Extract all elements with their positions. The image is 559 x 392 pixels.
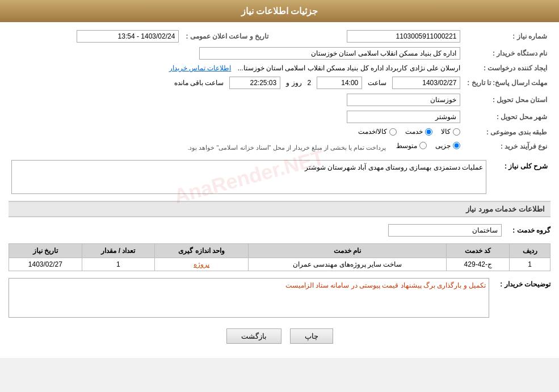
radio-khedmat[interactable] [425, 128, 432, 136]
cell-tedad: 1 [82, 258, 155, 271]
buyer-desc-content: تکمیل و بارگذاری برگ پیشنهاد قیمت پیوستی… [9, 278, 489, 318]
radio-mottavaset[interactable] [419, 142, 427, 149]
tabaghebandi-label: طبقه بندی موضوعی : [464, 125, 550, 140]
radio-jozi-item: جزیی [435, 142, 460, 150]
row-nooe-farayand: نوع فرآیند خرید : جزیی متوسط پرداخت تمام… [9, 140, 550, 154]
page-header: جزئیات اطلاعات نیاز [0, 0, 559, 22]
ijad-label: ایجاد کننده درخواست : [464, 62, 550, 74]
sharh-section: شرح کلی نیاز : AnaRender.NET عملیات دستم… [9, 158, 550, 196]
radio-jozi[interactable] [453, 142, 460, 149]
radio-jozi-label: جزیی [435, 142, 451, 150]
radio-khedmat-label: خدمت [405, 128, 423, 136]
shahr-label: شهر محل تحویل : [464, 108, 550, 125]
page-title: جزئیات اطلاعات نیاز [241, 6, 318, 16]
radio-kala-label: کالا [441, 128, 451, 136]
etelaaat-tamas-link[interactable]: اطلاعات تماس خریدار [169, 64, 232, 72]
group-service-label: گروه خدمت : [505, 226, 550, 234]
tarikh-input: 1403/02/24 - 13:54 [77, 30, 179, 43]
tabaghebandi-radios: کالا خدمت کالا/خدمت [9, 125, 464, 140]
print-button[interactable]: چاپ [290, 328, 333, 344]
radio-kala-item: کالا [441, 128, 460, 136]
mohlat-rooz-value: 2 [308, 79, 312, 87]
shomara-label: شماره نیاز : [464, 28, 550, 45]
services-table-head: ردیف کد خدمت نام خدمت واحد اندازه گیری ت… [9, 244, 550, 258]
mohlat-rooz-label: روز و [286, 79, 301, 87]
buyer-desc-section: توضیحات خریدار : تکمیل و بارگذاری برگ پی… [9, 276, 550, 320]
cell-tarikh: 1403/02/27 [9, 258, 82, 271]
back-button[interactable]: بازگشت [226, 328, 281, 344]
shomara-value: 1103005911000221 [272, 28, 464, 45]
col-kod: کد خدمت [447, 244, 510, 258]
shahr-input: شوشتر [347, 111, 460, 123]
col-nam: نام خدمت [248, 244, 446, 258]
mohlat-remaining-input: 22:25:03 [229, 77, 280, 89]
cell-radif: 1 [510, 258, 550, 271]
page-container: جزئیات اطلاعات نیاز شماره نیاز : 1103005… [0, 0, 559, 358]
ostan-input: خوزستان [347, 94, 460, 106]
process-description: پرداخت تمام یا بخشی از مبلغ خریدار از مح… [187, 144, 386, 150]
vahed-link[interactable]: پروژه [194, 260, 209, 268]
row-shomara: شماره نیاز : 1103005911000221 تاریخ و سا… [9, 28, 550, 45]
shahr-value: شوشتر [9, 108, 464, 125]
shomara-input: 1103005911000221 [347, 30, 460, 43]
group-service-input: ساختمان [388, 224, 502, 237]
content-area: شماره نیاز : 1103005911000221 تاریخ و سا… [0, 22, 559, 358]
col-radif: ردیف [510, 244, 550, 258]
radio-mottavaset-label: متوسط [396, 142, 417, 150]
cell-kod: ج-42-429 [447, 258, 510, 271]
row-tabaghebandi: طبقه بندی موضوعی : کالا خدمت [9, 125, 550, 140]
tabaghebandi-radio-group: کالا خدمت کالا/خدمت [358, 128, 460, 136]
mohlat-saat-input: 14:00 [317, 77, 362, 89]
buttons-row: چاپ بازگشت [9, 328, 550, 344]
buyer-desc-value: تکمیل و بارگذاری برگ پیشنهاد قیمت پیوستی… [285, 281, 486, 289]
nam-dastgah-input: اداره کل بنیاد مسکن انقلاب اسلامی استان … [199, 47, 460, 60]
radio-kala-khedmat[interactable] [389, 128, 397, 136]
nam-dastgah-label: نام دستگاه خریدار : [464, 45, 550, 62]
ostan-value: خوزستان [9, 91, 464, 108]
sharh-label: شرح کلی نیاز : [491, 160, 548, 170]
main-info-table: شماره نیاز : 1103005911000221 تاریخ و سا… [9, 28, 550, 153]
sharh-value: عملیات دستمزدی بهسازی روستای مهدی آباد ش… [305, 163, 483, 171]
sharh-box: AnaRender.NET عملیات دستمزدی بهسازی روست… [11, 160, 486, 194]
mohlat-value: 1403/02/27 ساعت 14:00 2 روز و 22:25:03 س… [9, 74, 464, 91]
farayand-radio-group: جزیی متوسط [396, 142, 460, 150]
buyer-desc-label: توضیحات خریدار : [494, 278, 550, 288]
row-ostan: استان محل تحویل : خوزستان [9, 91, 550, 108]
nooe-farayand-content: جزیی متوسط پرداخت تمام یا بخشی از مبلغ خ… [9, 140, 464, 154]
services-table-header-row: ردیف کد خدمت نام خدمت واحد اندازه گیری ت… [9, 244, 550, 258]
nooe-farayand-label: نوع فرآیند خرید : [464, 140, 550, 154]
cell-vahed: پروژه [155, 258, 249, 271]
row-nam-dastgah: نام دستگاه خریدار : اداره کل بنیاد مسکن … [9, 45, 550, 62]
mohlat-date-input: 1403/02/27 [392, 77, 460, 89]
services-section-title: اطلاعات خدمات مورد نیاز [9, 201, 550, 217]
mohlat-remaining-label: ساعت باقی مانده [174, 79, 224, 87]
tarikh-value: 1403/02/24 - 13:54 [9, 28, 182, 45]
nam-dastgah-value: اداره کل بنیاد مسکن انقلاب اسلامی استان … [9, 45, 464, 62]
col-tarikh: تاریخ نیاز [9, 244, 82, 258]
group-service-row: گروه خدمت : ساختمان [9, 222, 550, 239]
col-vahed: واحد اندازه گیری [155, 244, 249, 258]
col-tedad: تعداد / مقدار [82, 244, 155, 258]
services-table-body: 1 ج-42-429 ساخت سایر پروژه‌های مهندسی عم… [9, 258, 550, 271]
services-table: ردیف کد خدمت نام خدمت واحد اندازه گیری ت… [9, 243, 550, 271]
radio-kala-khedmat-label: کالا/خدمت [358, 128, 387, 136]
cell-nam: ساخت سایر پروژه‌های مهندسی عمران [248, 258, 446, 271]
radio-khedmat-item: خدمت [405, 128, 432, 136]
row-shahr: شهر محل تحویل : شوشتر [9, 108, 550, 125]
radio-mottavaset-item: متوسط [396, 142, 427, 150]
mohlat-label: مهلت ارسال پاسخ: تا تاریخ : [464, 74, 550, 91]
watermark: AnaRender.NET [171, 146, 327, 209]
radio-kala-khedmat-item: کالا/خدمت [358, 128, 397, 136]
ijad-value: ارسلان علی نژادی کاربرداد اداره کل بنیاد… [9, 62, 464, 74]
row-ijad: ایجاد کننده درخواست : ارسلان علی نژادی ک… [9, 62, 550, 74]
radio-kala[interactable] [453, 128, 460, 136]
row-mohlat: مهلت ارسال پاسخ: تا تاریخ : 1403/02/27 س… [9, 74, 550, 91]
ijad-text: ارسلان علی نژادی کاربرداد اداره کل بنیاد… [238, 64, 461, 72]
mohlat-saat-label: ساعت [368, 79, 386, 87]
buyer-desc-box: تکمیل و بارگذاری برگ پیشنهاد قیمت پیوستی… [9, 278, 489, 318]
table-row: 1 ج-42-429 ساخت سایر پروژه‌های مهندسی عم… [9, 258, 550, 271]
ostan-label: استان محل تحویل : [464, 91, 550, 108]
sharh-content: AnaRender.NET عملیات دستمزدی بهسازی روست… [11, 160, 486, 194]
tarikh-label: تاریخ و ساعت اعلان عمومی : [182, 28, 272, 45]
